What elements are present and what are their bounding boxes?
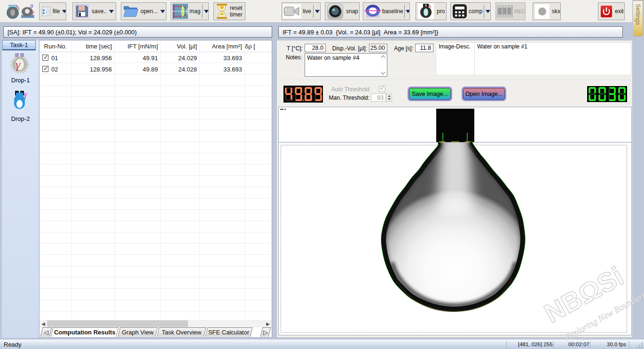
svg-text:γ: γ	[24, 91, 28, 99]
svg-text:γ: γ	[429, 4, 432, 8]
svg-text:γ: γ	[16, 58, 21, 71]
svg-text:θ: θ	[30, 4, 33, 9]
